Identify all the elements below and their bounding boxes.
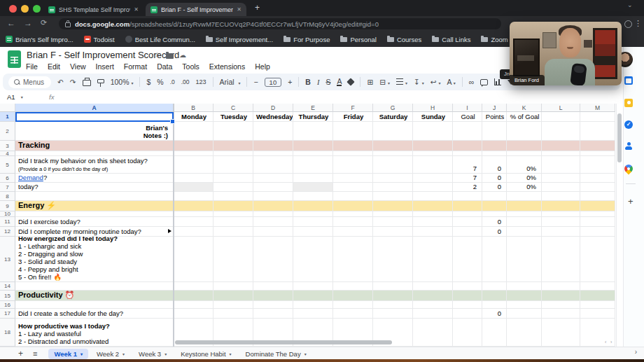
cell-L7[interactable] [542,183,580,192]
horizontal-scrollbar-thumb[interactable] [175,340,392,344]
cell-K14[interactable] [507,282,542,291]
cell-H5[interactable] [413,156,453,174]
cell-I17[interactable] [453,309,482,319]
cell-G7[interactable] [373,183,413,192]
cell-M10[interactable] [580,211,615,217]
increase-font-size-icon[interactable]: + [288,78,292,86]
cell-J13[interactable] [482,237,507,282]
row-header-18[interactable]: 18 [0,319,15,347]
menu-edit[interactable]: Edit [43,61,65,72]
cell-A12[interactable]: Did I complete my morning routine today? [15,227,174,237]
cell-D7[interactable] [253,183,293,192]
cell-I11[interactable] [453,217,482,227]
formula-input[interactable] [54,90,616,104]
cell-G8[interactable] [373,192,413,201]
cell-J14[interactable] [482,282,507,291]
row-header-10[interactable]: 10 [0,211,15,217]
cell-A5[interactable]: Did I track my behavior on this sheet to… [15,156,174,174]
cell-B10[interactable] [174,211,214,217]
cell-M8[interactable] [580,192,615,201]
row-header-7[interactable]: 7 [0,183,15,192]
cell-J6[interactable]: 0 [482,174,507,183]
cell-I4[interactable] [453,151,482,156]
cell-B5[interactable] [174,156,214,174]
cell-M2[interactable] [580,122,615,141]
cell-M15[interactable] [580,291,615,301]
selection-fill-handle[interactable] [170,119,175,124]
cell-I18[interactable] [453,319,482,347]
cell-L2[interactable] [542,122,580,141]
cell-B11[interactable] [174,217,214,227]
cell-L17[interactable] [542,309,580,319]
cell-A16[interactable] [15,301,174,309]
cell-E9[interactable] [293,201,333,211]
cell-D6[interactable] [253,174,293,183]
cell-G16[interactable] [373,301,413,309]
cell-L4[interactable] [542,151,580,156]
cell-D14[interactable] [253,282,293,291]
cell-H6[interactable] [413,174,453,183]
cell-K5[interactable]: 0% [507,156,542,174]
keep-icon[interactable] [624,99,633,107]
cell-B15[interactable] [174,291,214,301]
row-header-13[interactable]: 13 [0,237,15,282]
cell-E11[interactable] [293,217,333,227]
star-icon[interactable]: ☆ [154,51,160,59]
cell-K15[interactable] [507,291,542,301]
cell-F9[interactable] [333,201,373,211]
cell-E2[interactable] [293,122,333,141]
cell-F17[interactable] [333,309,373,319]
cell-K1[interactable]: % of Goal [507,112,542,122]
bookmark-item[interactable]: Courses [387,36,421,43]
cell-A14[interactable] [15,282,174,291]
cell-A11[interactable]: Did I exercise today? [15,217,174,227]
row-header-6[interactable]: 6 [0,174,15,183]
cell-C4[interactable] [214,151,253,156]
cell-G11[interactable] [373,217,413,227]
cell-E5[interactable] [293,156,333,174]
cell-F16[interactable] [333,301,373,309]
cell-K18[interactable] [507,319,542,347]
name-box[interactable]: A1 ▾ [0,93,39,101]
cell-G17[interactable] [373,309,413,319]
cell-J4[interactable] [482,151,507,156]
sheet-tab-menu-icon[interactable]: ▾ [164,351,167,356]
font-size-input[interactable]: 10 [265,78,282,87]
cell-L13[interactable] [542,237,580,282]
browser-menu-icon[interactable]: ⋮ [634,19,642,28]
cell-H7[interactable] [413,183,453,192]
cell-M11[interactable] [580,217,615,227]
cell-F15[interactable] [333,291,373,301]
menu-tools[interactable]: Tools [177,61,204,72]
cell-I5[interactable]: 7 [453,156,482,174]
contacts-icon[interactable] [624,142,633,151]
sheets-logo-icon[interactable] [8,50,21,68]
cell-L10[interactable] [542,211,580,217]
cell-E1[interactable]: Thursday [293,112,333,122]
decrease-decimal-icon[interactable]: .0 [170,78,175,85]
cell-I8[interactable] [453,192,482,201]
cell-E15[interactable] [293,291,333,301]
cell-F4[interactable] [333,151,373,156]
column-header-M[interactable]: M [580,104,615,112]
bookmark-item[interactable]: Call Links [432,36,470,43]
cell-C10[interactable] [214,211,253,217]
cell-G4[interactable] [373,151,413,156]
cell-H4[interactable] [413,151,453,156]
menu-insert[interactable]: Insert [91,61,119,72]
tab-close-icon[interactable]: ✕ [237,6,241,13]
cell-A2[interactable]: Brian'sNotes :) [15,122,174,141]
cell-A7[interactable]: Did I watch a video for the Super Habits… [15,183,174,192]
cell-J9[interactable] [482,201,507,211]
cell-J3[interactable] [482,141,507,151]
cell-K17[interactable] [507,309,542,319]
merge-cells-icon[interactable]: ⊟ ▾ [379,78,390,86]
cell-K3[interactable] [507,141,542,151]
cell-D1[interactable]: Wednesday [253,112,293,122]
fill-color-icon[interactable] [347,78,355,85]
cell-E7[interactable] [293,183,333,192]
cell-C9[interactable] [214,201,253,211]
cell-J17[interactable]: 0 [482,309,507,319]
name-box-chevron-icon[interactable]: ▾ [21,95,23,99]
cell-F6[interactable] [333,174,373,183]
